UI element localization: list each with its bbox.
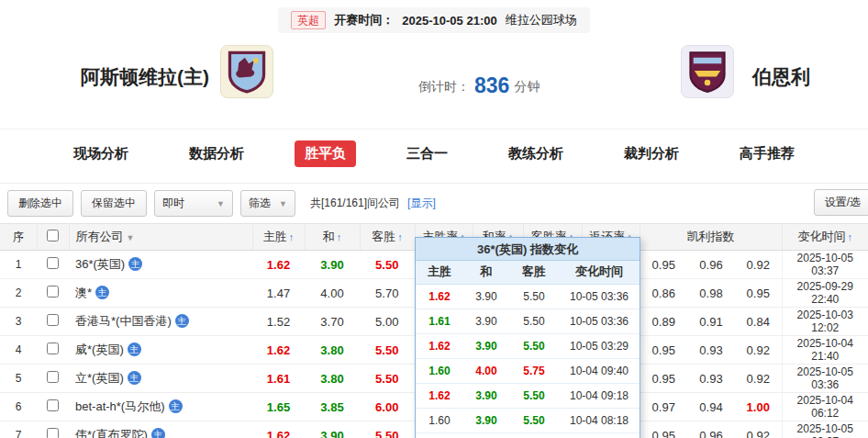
company-count: 共[161/161]间公司 xyxy=(310,196,400,211)
row-index: 5 xyxy=(0,365,37,393)
away-crest-shield-icon xyxy=(687,50,728,94)
odds-history-popup: 36*(英国) 指数变化 主胜 和 客胜 变化时间 1.62 3.90 5.50… xyxy=(415,237,640,438)
header-away-odds[interactable]: 客胜↑ xyxy=(360,224,415,251)
company-cell[interactable]: 威*(英国)主 xyxy=(69,336,252,365)
header-select-cell xyxy=(37,224,69,251)
home-odds: 1.62 xyxy=(252,336,305,365)
row-select-checkbox[interactable] xyxy=(47,343,59,354)
company-cell[interactable]: 伟*(直布罗陀)主 xyxy=(69,421,252,438)
change-time: 2025-09-29 22:40 xyxy=(782,279,868,308)
popup-home-odds: 1.60 xyxy=(416,432,463,438)
company-cell[interactable]: 澳*主 xyxy=(69,279,252,308)
row-index: 2 xyxy=(0,279,37,308)
kelly-home: 0.95 xyxy=(640,336,687,365)
popup-header-row: 主胜 和 客胜 变化时间 xyxy=(416,261,640,284)
row-select-checkbox[interactable] xyxy=(47,286,59,298)
company-name: 36*(英国) xyxy=(75,257,125,271)
popup-home-odds: 1.60 xyxy=(416,358,463,383)
row-select-checkbox[interactable] xyxy=(47,257,59,269)
header-home-odds[interactable]: 主胜↑ xyxy=(252,224,305,251)
kelly-home: 0.89 xyxy=(640,308,687,336)
away-odds: 5.50 xyxy=(360,421,415,438)
row-select-checkbox[interactable] xyxy=(47,314,59,326)
popup-home-odds: 1.60 xyxy=(416,408,463,432)
header-change-time[interactable]: 变化时间↑ xyxy=(782,224,868,251)
popup-home-odds: 1.62 xyxy=(416,333,463,358)
delete-selected-button[interactable]: 删除选中 xyxy=(7,190,73,217)
settings-button[interactable]: 设置/选 xyxy=(814,189,868,216)
tab-live-analysis[interactable]: 现场分析 xyxy=(63,140,139,167)
kelly-draw: 0.96 xyxy=(687,251,735,279)
popup-draw-odds: 4.00 xyxy=(463,432,509,438)
kelly-draw: 0.93 xyxy=(687,336,735,365)
row-select-checkbox[interactable] xyxy=(47,399,59,411)
away-odds: 5.00 xyxy=(360,308,415,336)
popup-home-odds: 1.62 xyxy=(416,383,463,408)
filter-dropdown[interactable]: 筛选 ▼ xyxy=(240,190,295,217)
kelly-away: 0.92 xyxy=(735,421,782,438)
match-info-bar: 英超 开赛时间： 2025-10-05 21:00 维拉公园球场 xyxy=(0,0,868,33)
popup-header-draw: 和 xyxy=(463,261,509,284)
kickoff-time: 2025-10-05 21:00 xyxy=(402,14,496,28)
header-draw-odds[interactable]: 和↑ xyxy=(305,224,360,251)
header-index: 序 xyxy=(0,224,37,251)
header-company[interactable]: 所有公司▼ xyxy=(69,224,252,251)
popup-header-away: 客胜 xyxy=(509,261,559,284)
primary-badge-icon: 主 xyxy=(95,286,109,299)
kelly-home: 0.95 xyxy=(640,251,687,279)
sort-asc-icon: ↑ xyxy=(289,231,295,242)
tab-referee-analysis[interactable]: 裁判分析 xyxy=(614,140,689,167)
kickoff-label: 开赛时间： xyxy=(334,12,394,28)
toolbar: 删除选中 保留选中 即时 ▼ 筛选 ▼ 共[161/161]间公司 [显示] 设… xyxy=(0,183,868,223)
countdown-unit: 分钟 xyxy=(514,79,540,94)
popup-away-odds: 5.50 xyxy=(509,309,559,333)
company-cell[interactable]: bet-at-h*(马尔他)主 xyxy=(69,393,252,421)
home-team-name: 阿斯顿维拉(主) xyxy=(81,64,209,90)
keep-selected-button[interactable]: 保留选中 xyxy=(81,190,147,217)
primary-badge-icon: 主 xyxy=(128,343,141,356)
tab-win-draw-lose[interactable]: 胜平负 xyxy=(295,140,356,167)
company-cell[interactable]: 立*(英国)主 xyxy=(69,365,252,393)
team-header: 阿斯顿维拉(主) 倒计时：836分钟 伯恩利 xyxy=(0,33,868,116)
draw-odds: 3.85 xyxy=(305,393,360,421)
draw-odds: 4.00 xyxy=(305,279,360,308)
select-all-checkbox[interactable] xyxy=(47,230,59,241)
tab-expert-picks[interactable]: 高手推荐 xyxy=(729,140,805,167)
popup-row: 1.62 3.90 5.50 10-05 03:29 xyxy=(416,333,640,358)
change-time: 2025-10-04 21:40 xyxy=(782,336,868,365)
change-time: 2025-10-05 03:37 xyxy=(782,251,868,279)
sort-asc-icon: ↑ xyxy=(337,231,342,242)
popup-draw-odds: 3.90 xyxy=(463,408,509,432)
kelly-draw: 0.96 xyxy=(687,421,735,438)
kelly-away: 0.95 xyxy=(735,279,782,308)
popup-row: 1.61 3.90 5.50 10-05 03:36 xyxy=(416,309,640,333)
row-select-checkbox[interactable] xyxy=(47,428,59,438)
show-link[interactable]: [显示] xyxy=(407,196,436,211)
popup-change-time: 10-04 09:18 xyxy=(559,383,640,408)
home-odds: 1.61 xyxy=(252,365,305,393)
row-select-cell xyxy=(37,308,69,336)
company-filter-icon: ▼ xyxy=(127,233,135,242)
popup-change-time: 10-05 03:36 xyxy=(559,284,640,309)
popup-row: 1.62 3.90 5.50 10-04 09:18 xyxy=(416,383,640,408)
company-name: 香港马*(中国香港) xyxy=(75,314,172,328)
popup-title: 36*(英国) 指数变化 xyxy=(416,238,640,261)
row-select-checkbox[interactable] xyxy=(47,371,59,383)
kelly-draw: 0.94 xyxy=(687,393,735,421)
league-badge[interactable]: 英超 xyxy=(291,11,326,29)
instant-dropdown[interactable]: 即时 ▼ xyxy=(154,190,233,217)
row-select-cell xyxy=(37,421,69,438)
popup-change-time: 10-05 03:29 xyxy=(559,333,640,358)
chevron-down-icon: ▼ xyxy=(279,199,287,208)
company-cell[interactable]: 36*(英国)主 xyxy=(69,251,252,279)
tab-three-in-one[interactable]: 三合一 xyxy=(396,140,458,167)
row-select-cell xyxy=(37,365,69,393)
tab-data-analysis[interactable]: 数据分析 xyxy=(179,140,254,167)
primary-badge-icon: 主 xyxy=(128,257,142,271)
popup-draw-odds: 4.00 xyxy=(463,358,509,383)
countdown: 倒计时：836分钟 xyxy=(418,72,540,96)
home-odds: 1.52 xyxy=(252,308,305,336)
tab-coach-analysis[interactable]: 教练分析 xyxy=(498,140,573,167)
company-cell[interactable]: 香港马*(中国香港)主 xyxy=(69,308,252,336)
home-odds: 1.62 xyxy=(252,421,305,438)
